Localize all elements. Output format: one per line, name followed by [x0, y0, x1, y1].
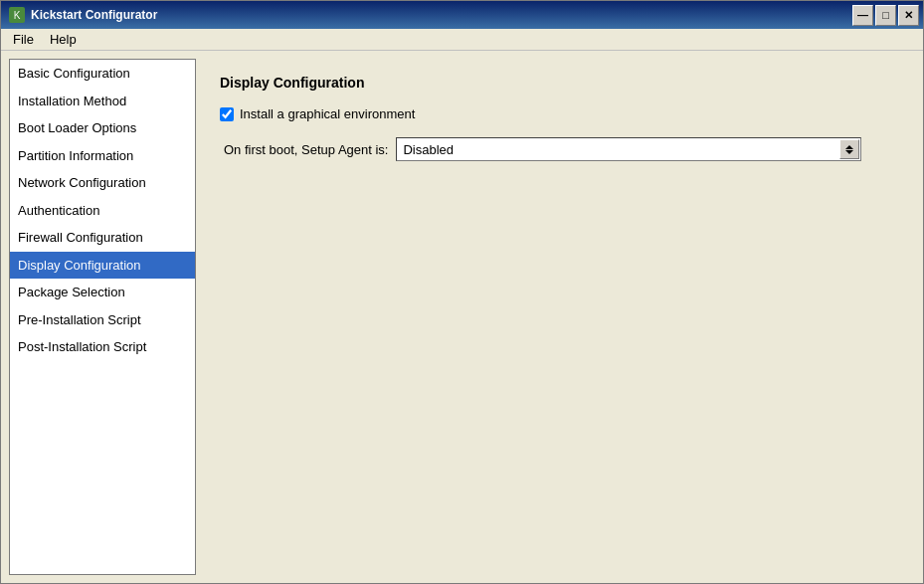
sidebar-item-network-configuration[interactable]: Network Configuration	[10, 169, 195, 197]
menu-file[interactable]: File	[5, 30, 42, 49]
window-title: Kickstart Configurator	[31, 8, 157, 22]
sidebar-item-installation-method[interactable]: Installation Method	[10, 88, 195, 115]
minimize-button[interactable]: —	[852, 5, 873, 26]
sidebar-item-firewall-configuration[interactable]: Firewall Configuration	[10, 224, 195, 252]
graphical-env-checkbox[interactable]	[220, 107, 234, 121]
sidebar-item-boot-loader-options[interactable]: Boot Loader Options	[10, 114, 195, 142]
sidebar-item-package-selection[interactable]: Package Selection	[10, 279, 195, 306]
main-panel: Display Configuration Install a graphica…	[196, 59, 915, 575]
setup-agent-label: On first boot, Setup Agent is:	[224, 142, 388, 157]
graphical-env-row: Install a graphical environment	[220, 106, 891, 121]
sidebar: Basic Configuration Installation Method …	[9, 59, 196, 575]
sidebar-item-display-configuration[interactable]: Display Configuration	[10, 252, 195, 280]
close-button[interactable]: ✕	[898, 5, 919, 26]
panel-title: Display Configuration	[220, 75, 891, 91]
menu-bar: File Help	[1, 29, 923, 51]
app-icon: K	[9, 7, 25, 23]
maximize-button[interactable]: □	[875, 5, 896, 26]
main-window: K Kickstart Configurator — □ ✕ File Help…	[0, 0, 924, 584]
graphical-env-label[interactable]: Install a graphical environment	[240, 106, 415, 121]
sidebar-item-authentication[interactable]: Authentication	[10, 197, 195, 225]
content-area: Basic Configuration Installation Method …	[1, 51, 923, 583]
setup-agent-select[interactable]: Disabled Enabled Enabled in Reconfigurat…	[396, 137, 861, 161]
setup-agent-row: On first boot, Setup Agent is: Disabled …	[224, 137, 891, 161]
sidebar-item-basic-configuration[interactable]: Basic Configuration	[10, 60, 195, 88]
sidebar-item-partition-information[interactable]: Partition Information	[10, 142, 195, 170]
title-bar: K Kickstart Configurator — □ ✕	[1, 1, 923, 29]
sidebar-item-post-installation-script[interactable]: Post-Installation Script	[10, 333, 195, 361]
menu-help[interactable]: Help	[42, 30, 85, 49]
title-bar-buttons: — □ ✕	[852, 5, 919, 26]
setup-agent-select-wrapper: Disabled Enabled Enabled in Reconfigurat…	[396, 137, 861, 161]
sidebar-item-pre-installation-script[interactable]: Pre-Installation Script	[10, 306, 195, 334]
title-bar-left: K Kickstart Configurator	[9, 7, 157, 23]
